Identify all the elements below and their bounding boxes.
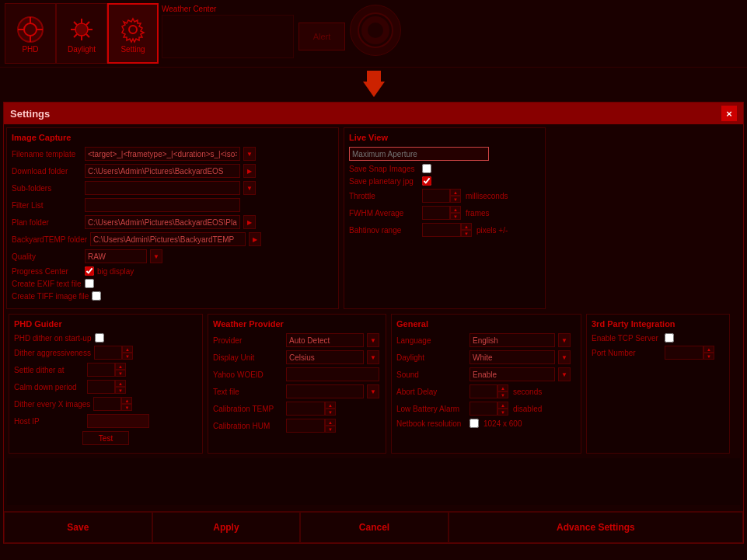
low-battery-input[interactable]: -1%	[469, 402, 497, 416]
plan-folder-input[interactable]	[85, 215, 240, 229]
low-battery-row: Low Battery Alarm -1% ▲ ▼ disabled	[396, 402, 576, 416]
sound-dropdown[interactable]: ▼	[558, 367, 571, 381]
daylight-gen-dropdown[interactable]: ▼	[558, 350, 571, 364]
port-down[interactable]: ▼	[703, 353, 714, 360]
abort-delay-down[interactable]: ▼	[497, 391, 508, 398]
abort-delay-up[interactable]: ▲	[497, 384, 508, 391]
yahoo-woeid-input[interactable]	[286, 367, 379, 381]
host-ip-input[interactable]: localhost	[87, 414, 149, 428]
abort-delay-arrows: ▲ ▼	[497, 384, 508, 398]
quality-label: Quality	[12, 252, 82, 261]
calm-down-input[interactable]: 10	[87, 380, 115, 394]
port-arrows: ▲ ▼	[703, 346, 714, 360]
low-battery-arrows: ▲ ▼	[497, 402, 508, 416]
low-battery-down[interactable]: ▼	[497, 409, 508, 416]
plan-folder-btn[interactable]: ▶	[243, 215, 256, 229]
throttle-down[interactable]: ▼	[450, 196, 461, 203]
provider-input[interactable]	[286, 333, 364, 347]
setting-button[interactable]: Setting	[107, 3, 159, 64]
dither-aggressiveness-down[interactable]: ▼	[122, 353, 133, 360]
enable-tcp-label: Enable TCP Server	[592, 334, 661, 343]
throttle-input[interactable]: 50	[422, 189, 450, 203]
backyardtemp-btn[interactable]: ▶	[249, 232, 261, 246]
progress-center-check[interactable]	[85, 266, 94, 276]
save-snap-row: Save Snap Images	[349, 164, 540, 173]
settle-down[interactable]: ▼	[115, 370, 126, 377]
bahtinov-down[interactable]: ▼	[461, 230, 472, 237]
quality-dropdown[interactable]: ▼	[150, 249, 162, 263]
settings-title: Settings	[10, 108, 50, 120]
quality-input[interactable]	[85, 249, 147, 263]
save-planetary-check[interactable]	[422, 176, 431, 186]
port-number-input[interactable]: 1499	[665, 346, 703, 360]
cal-hum-up[interactable]: ▲	[325, 419, 336, 426]
settle-up[interactable]: ▲	[115, 363, 126, 370]
sound-input[interactable]	[469, 367, 555, 381]
fwhm-row: FWHM Average 10 ▲ ▼ frames	[349, 206, 540, 220]
alert-button[interactable]: Alert	[298, 23, 345, 50]
close-button[interactable]: ×	[721, 106, 737, 121]
bahtinov-up[interactable]: ▲	[461, 223, 472, 230]
dither-every-up[interactable]: ▲	[121, 397, 132, 404]
netbook-check[interactable]	[469, 419, 479, 428]
dither-every-label: Dither every X images	[14, 400, 90, 409]
daylight-button[interactable]: Daylight	[56, 3, 107, 64]
test-button[interactable]: Test	[82, 431, 129, 445]
language-input[interactable]	[469, 333, 555, 347]
maximum-aperture-input[interactable]	[349, 147, 489, 161]
filename-template-input[interactable]	[85, 147, 240, 161]
fwhm-down[interactable]: ▼	[450, 213, 461, 220]
subfolders-input[interactable]	[85, 181, 240, 195]
cancel-button[interactable]: Cancel	[300, 512, 449, 543]
throttle-arrows: ▲ ▼	[450, 189, 461, 203]
text-file-input[interactable]	[286, 384, 364, 398]
save-planetary-row: Save planetary jpg	[349, 176, 540, 186]
general-title: General	[396, 319, 576, 329]
create-tiff-check[interactable]	[92, 291, 101, 301]
netbook-row: Netbook resolution 1024 x 600	[396, 419, 576, 428]
cal-temp-up[interactable]: ▲	[325, 402, 336, 409]
dither-every-input[interactable]: 1	[93, 397, 121, 411]
save-snap-check[interactable]	[422, 164, 431, 173]
cal-hum-down[interactable]: ▼	[325, 426, 336, 433]
calm-down-btn[interactable]: ▼	[115, 387, 126, 394]
daylight-gen-input[interactable]	[469, 350, 555, 364]
phd-button[interactable]: PHD	[5, 3, 56, 64]
port-up[interactable]: ▲	[703, 346, 714, 353]
download-folder-input[interactable]	[85, 164, 240, 178]
language-dropdown[interactable]: ▼	[558, 333, 571, 347]
display-unit-input[interactable]	[286, 350, 364, 364]
abort-delay-input[interactable]: 0	[469, 384, 497, 398]
netbook-value: 1024 x 600	[483, 419, 522, 428]
filename-template-dropdown[interactable]: ▼	[243, 147, 256, 161]
create-exif-check[interactable]	[85, 279, 94, 288]
fwhm-input[interactable]: 10	[422, 206, 450, 220]
text-file-dropdown[interactable]: ▼	[367, 384, 379, 398]
throttle-up[interactable]: ▲	[450, 189, 461, 196]
save-button[interactable]: Save	[4, 512, 152, 543]
fwhm-up[interactable]: ▲	[450, 206, 461, 213]
calibration-hum-input[interactable]: 0.00	[286, 419, 325, 433]
dither-startup-check[interactable]	[95, 333, 104, 343]
enable-tcp-check[interactable]	[665, 333, 674, 343]
calibration-temp-input[interactable]: 0.00	[286, 402, 325, 416]
cal-hum-arrows: ▲ ▼	[325, 419, 336, 433]
subfolders-dropdown[interactable]: ▼	[243, 181, 256, 195]
cal-temp-down[interactable]: ▼	[325, 409, 336, 416]
calm-up[interactable]: ▲	[115, 380, 126, 387]
backyardtemp-input[interactable]	[90, 232, 246, 246]
filter-list-input[interactable]	[85, 198, 240, 212]
bottom-panels-row: PHD Guider PHD dither on start-up Dither…	[4, 312, 743, 455]
display-unit-dropdown[interactable]: ▼	[367, 350, 379, 364]
dither-aggressiveness-input[interactable]: 2	[94, 346, 122, 360]
apply-button[interactable]: Apply	[152, 512, 301, 543]
dither-aggressiveness-up[interactable]: ▲	[122, 346, 133, 353]
settle-dither-input[interactable]: 0.25	[87, 363, 115, 377]
dither-every-down[interactable]: ▼	[121, 404, 132, 411]
low-battery-up[interactable]: ▲	[497, 402, 508, 409]
advance-settings-button[interactable]: Advance Settings	[449, 512, 743, 543]
sound-row: Sound ▼	[396, 367, 576, 381]
bahtinov-input[interactable]: 1.00	[422, 223, 461, 237]
download-folder-btn[interactable]: ▶	[243, 164, 256, 178]
provider-dropdown[interactable]: ▼	[367, 333, 379, 347]
